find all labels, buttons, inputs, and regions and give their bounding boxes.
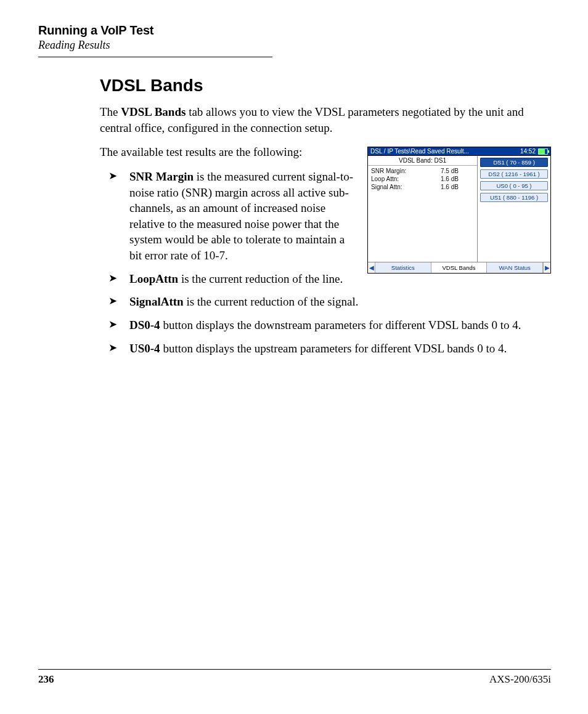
device-status-area: 14:52 [520, 148, 548, 155]
bullet-signal-text: is the current reduction of the signal. [184, 295, 359, 308]
bullet-snr: SNR Margin is the measured current signa… [100, 169, 551, 264]
intro-pre: The [100, 105, 121, 118]
bullet-loop: LoopAttn is the current reduction of the… [100, 271, 551, 287]
intro-paragraph: The VDSL Bands tab allows you to view th… [100, 104, 551, 136]
available-intro: The available test results are the follo… [100, 144, 354, 160]
page-number: 236 [38, 673, 54, 686]
bullet-us-text: button displays the upstream parameters … [160, 342, 507, 355]
footer-model: AXS-200/635i [489, 673, 551, 686]
bullet-loop-bold: LoopAttn [129, 272, 178, 285]
band-button-ds1[interactable]: DS1 ( 70 - 859 ) [480, 158, 548, 167]
bullet-list: SNR Margin is the measured current signa… [100, 169, 551, 356]
bullet-loop-text: is the current reduction of the line. [178, 272, 343, 285]
footer-rule [38, 669, 551, 670]
device-clock: 14:52 [520, 148, 536, 155]
bullet-snr-bold: SNR Margin [129, 170, 194, 183]
battery-icon [538, 148, 548, 155]
page-header: Running a VoIP Test Reading Results [38, 23, 551, 57]
page-footer: 236 AXS-200/635i [38, 669, 551, 686]
device-band-title: VDSL Band: DS1 [368, 156, 477, 166]
footer-row: 236 AXS-200/635i [38, 673, 551, 686]
section-title: VDSL Bands [100, 76, 551, 95]
bullet-snr-text: is the measured current signal-to-noise … [129, 170, 353, 262]
header-rule [38, 57, 272, 57]
bullet-signal: SignalAttn is the current reduction of t… [100, 294, 551, 310]
bullet-us: US0-4 button displays the upstream param… [100, 341, 551, 357]
bullet-ds-text: button displays the downstream parameter… [160, 318, 521, 331]
bullet-ds: DS0-4 button displays the downstream par… [100, 317, 551, 333]
bullet-us-bold: US0-4 [129, 342, 160, 355]
running-head: Running a VoIP Test [38, 23, 551, 38]
intro-bold: VDSL Bands [121, 105, 186, 118]
content-area: VDSL Bands The VDSL Bands tab allows you… [100, 76, 551, 356]
bullet-ds-bold: DS0-4 [129, 318, 160, 331]
bullet-signal-bold: SignalAttn [129, 295, 184, 308]
device-titlebar: DSL / IP Tests\Read Saved Result... 14:5… [368, 147, 550, 156]
running-subhead: Reading Results [38, 39, 551, 52]
device-title-path: DSL / IP Tests\Read Saved Result... [370, 148, 469, 155]
